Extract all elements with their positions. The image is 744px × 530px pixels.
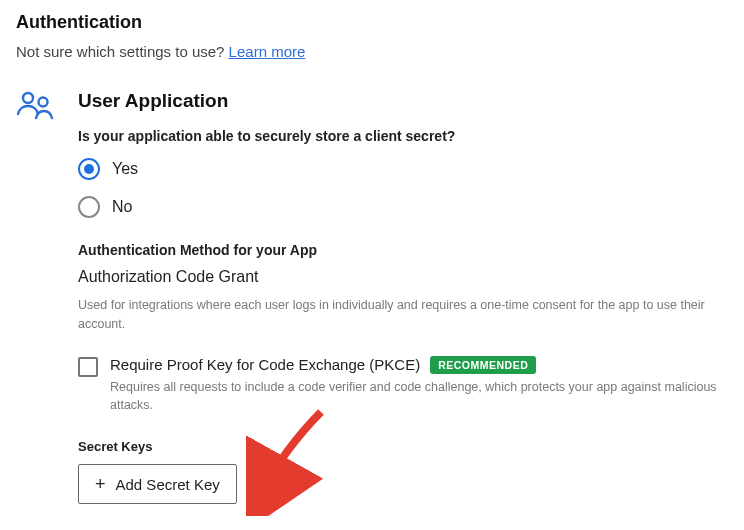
page-title: Authentication xyxy=(16,12,728,33)
pkce-checkbox-row[interactable]: Require Proof Key for Code Exchange (PKC… xyxy=(78,356,728,416)
recommended-badge: RECOMMENDED xyxy=(430,356,536,374)
radio-icon-selected xyxy=(78,158,100,180)
radio-yes-label: Yes xyxy=(112,160,138,178)
radio-yes[interactable]: Yes xyxy=(78,158,728,180)
section-title-user-application: User Application xyxy=(78,90,728,112)
radio-icon-unselected xyxy=(78,196,100,218)
auth-method-heading: Authentication Method for your App xyxy=(78,242,728,258)
plus-icon: + xyxy=(95,475,106,493)
settings-hint: Not sure which settings to use? Learn mo… xyxy=(16,43,728,60)
radio-no[interactable]: No xyxy=(78,196,728,218)
radio-no-label: No xyxy=(112,198,132,216)
users-icon xyxy=(16,90,56,128)
add-secret-key-label: Add Secret Key xyxy=(116,476,220,493)
add-secret-key-button[interactable]: + Add Secret Key xyxy=(78,464,237,504)
pkce-description: Requires all requests to include a code … xyxy=(110,378,728,416)
svg-point-1 xyxy=(39,98,48,107)
secret-keys-heading: Secret Keys xyxy=(78,439,728,454)
auth-method-name: Authorization Code Grant xyxy=(78,268,728,286)
secure-store-question: Is your application able to securely sto… xyxy=(78,128,728,144)
pkce-label: Require Proof Key for Code Exchange (PKC… xyxy=(110,356,420,373)
checkbox-icon xyxy=(78,357,98,377)
hint-prefix: Not sure which settings to use? xyxy=(16,43,229,60)
learn-more-link[interactable]: Learn more xyxy=(229,43,306,60)
svg-point-0 xyxy=(23,93,33,103)
auth-method-description: Used for integrations where each user lo… xyxy=(78,296,728,334)
